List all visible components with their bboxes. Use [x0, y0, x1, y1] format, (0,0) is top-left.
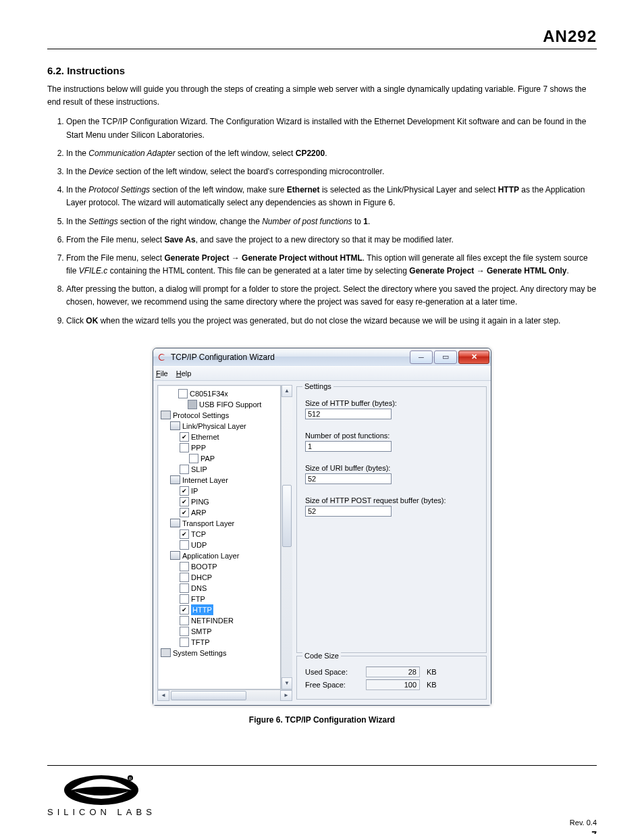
- close-button[interactable]: ✕: [458, 350, 489, 364]
- code-size-group: Code Size Used Space: 28 KB Free Space: …: [296, 656, 487, 700]
- checkbox[interactable]: [180, 627, 189, 636]
- checkbox[interactable]: [180, 583, 189, 593]
- settings-group-label: Settings: [302, 382, 333, 390]
- scroll-thumb[interactable]: [171, 691, 246, 700]
- minimize-button[interactable]: ─: [410, 350, 433, 364]
- tree-item-protocol-settings[interactable]: Protocol Settings: [173, 410, 229, 421]
- vertical-scrollbar[interactable]: ▲ ▼: [281, 385, 292, 689]
- tree-item-application-layer[interactable]: Application Layer: [182, 550, 239, 561]
- tree-item-link-layer[interactable]: Link/Physical Layer: [182, 421, 246, 432]
- tree-item-usb-fifo[interactable]: USB FIFO Support: [199, 399, 261, 410]
- http-buffer-input[interactable]: [305, 409, 392, 419]
- step-2: In the Communication Adapter section of …: [66, 147, 597, 160]
- logo-text: SILICON LABS: [47, 807, 156, 817]
- list-icon: [161, 648, 171, 657]
- footer-logo: R SILICON LABS: [47, 771, 156, 817]
- checkbox[interactable]: [180, 529, 189, 539]
- config-wizard-window: TCP/IP Configuration Wizard ─ ▭ ✕ File H…: [153, 348, 491, 706]
- post-functions-input[interactable]: [305, 441, 392, 452]
- http-buffer-label: Size of HTTP buffer (bytes):: [305, 399, 479, 407]
- scroll-track[interactable]: [169, 690, 280, 701]
- menubar: File Help: [153, 366, 491, 381]
- used-space-unit: KB: [427, 668, 437, 676]
- checkbox[interactable]: [180, 616, 189, 625]
- svg-text:R: R: [129, 777, 132, 781]
- step-3: In the Device section of the left window…: [66, 165, 597, 178]
- revision-text: Rev. 0.4: [570, 818, 597, 827]
- horizontal-scrollbar[interactable]: ◄ ►: [157, 689, 292, 701]
- post-request-buffer-label: Size of HTTP POST request buffer (bytes)…: [305, 496, 479, 504]
- tree-item-slip[interactable]: SLIP: [191, 464, 207, 475]
- scroll-up-button[interactable]: ▲: [281, 385, 292, 397]
- checkbox[interactable]: [180, 637, 189, 647]
- tree-item-internet-layer[interactable]: Internet Layer: [182, 475, 228, 486]
- list-icon: [161, 411, 171, 419]
- tree-item-bootp[interactable]: BOOTP: [191, 561, 217, 572]
- free-space-unit: KB: [427, 681, 437, 689]
- step-1: Open the TCP/IP Configuration Wizard. Th…: [66, 115, 597, 141]
- step-7: From the File menu, select Generate Proj…: [66, 252, 597, 278]
- layer-icon: [170, 475, 180, 484]
- tree-view[interactable]: C8051F34x USB FIFO Support Protocol Sett…: [157, 385, 281, 689]
- tree-item-udp[interactable]: UDP: [191, 540, 207, 550]
- window-title: TCP/IP Configuration Wizard: [171, 353, 408, 362]
- tree-item-tftp[interactable]: TFTP: [191, 637, 210, 648]
- scroll-thumb[interactable]: [282, 485, 292, 547]
- tree-item-http[interactable]: HTTP: [191, 604, 213, 615]
- scroll-track[interactable]: [281, 397, 292, 677]
- post-functions-label: Number of post functions:: [305, 432, 479, 440]
- scroll-down-button[interactable]: ▼: [281, 677, 292, 689]
- tree-item-netfinder[interactable]: NETFINDER: [191, 615, 234, 626]
- checkbox[interactable]: [180, 465, 189, 474]
- uri-buffer-label: Size of URI buffer (bytes):: [305, 464, 479, 472]
- tree-item-tcp[interactable]: TCP: [191, 529, 206, 540]
- tree-item-ping[interactable]: PING: [191, 496, 209, 507]
- tree-item-dns[interactable]: DNS: [191, 583, 207, 594]
- tree-item-ethernet[interactable]: Ethernet: [191, 432, 219, 442]
- menu-file[interactable]: File: [156, 369, 168, 377]
- checkbox[interactable]: [180, 540, 189, 550]
- used-space-label: Used Space:: [305, 668, 359, 676]
- scroll-right-button[interactable]: ►: [280, 690, 292, 701]
- step-4: In the Protocol Settings section of the …: [66, 184, 597, 209]
- layer-icon: [170, 421, 180, 430]
- layer-icon: [170, 551, 180, 560]
- free-space-value: 100: [366, 679, 420, 690]
- checkbox[interactable]: [189, 454, 198, 463]
- post-request-buffer-input[interactable]: [305, 506, 392, 517]
- checkbox[interactable]: [180, 497, 189, 506]
- checkbox[interactable]: [180, 562, 189, 571]
- checkbox[interactable]: [180, 594, 189, 604]
- tree-item-ppp[interactable]: PPP: [191, 442, 206, 453]
- tree-item-arp[interactable]: ARP: [191, 507, 207, 518]
- checkbox[interactable]: [180, 573, 189, 582]
- scroll-left-button[interactable]: ◄: [157, 690, 169, 701]
- step-list: Open the TCP/IP Configuration Wizard. Th…: [47, 115, 597, 327]
- tree-item-ftp[interactable]: FTP: [191, 594, 205, 604]
- tree-item-ip[interactable]: IP: [191, 486, 198, 496]
- intro-text: The instructions below will guide you th…: [47, 83, 597, 109]
- step-6: From the File menu, select Save As, and …: [66, 234, 597, 246]
- checkbox[interactable]: [180, 443, 189, 452]
- menu-help[interactable]: Help: [176, 369, 192, 377]
- checkbox[interactable]: [180, 605, 189, 615]
- tree-item-c8051f34x[interactable]: C8051F34x: [190, 388, 228, 399]
- checkbox[interactable]: [178, 389, 188, 398]
- tree-item-pap[interactable]: PAP: [200, 453, 215, 464]
- checkbox[interactable]: [180, 486, 189, 496]
- uri-buffer-input[interactable]: [305, 473, 392, 484]
- tree-item-system-settings[interactable]: System Settings: [173, 648, 226, 658]
- used-space-value: 28: [366, 667, 420, 677]
- checkbox[interactable]: [180, 508, 189, 517]
- app-icon: [157, 353, 167, 362]
- code-size-group-label: Code Size: [302, 652, 341, 660]
- checkbox[interactable]: [180, 432, 189, 442]
- layer-icon: [170, 519, 180, 527]
- checkbox[interactable]: [188, 400, 197, 409]
- maximize-button[interactable]: ▭: [434, 350, 457, 364]
- step-8: After pressing the button, a dialog will…: [66, 283, 597, 309]
- titlebar[interactable]: TCP/IP Configuration Wizard ─ ▭ ✕: [153, 348, 491, 366]
- tree-item-smtp[interactable]: SMTP: [191, 626, 212, 637]
- tree-item-transport-layer[interactable]: Transport Layer: [182, 518, 234, 529]
- tree-item-dhcp[interactable]: DHCP: [191, 572, 212, 583]
